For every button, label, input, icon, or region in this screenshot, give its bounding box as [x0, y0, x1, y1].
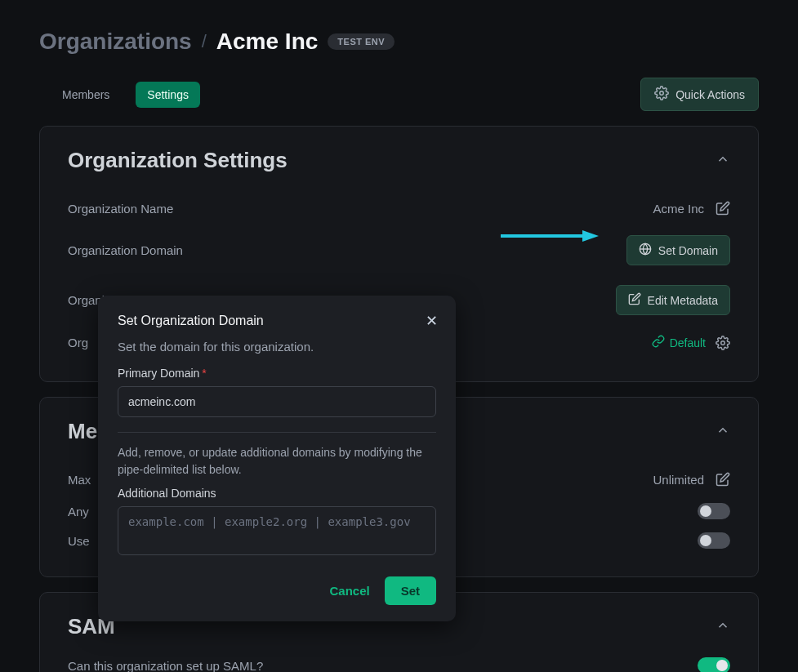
quick-actions-button[interactable]: Quick Actions — [640, 78, 759, 111]
modal-title: Set Organization Domain — [118, 314, 436, 328]
close-icon[interactable]: ✕ — [426, 312, 438, 330]
row-org-name: Organization Name Acme Inc — [68, 191, 730, 225]
cancel-button[interactable]: Cancel — [329, 584, 369, 598]
saml-question: Can this organization set up SAML? — [68, 659, 698, 673]
row-saml: Can this organization set up SAML? — [68, 652, 730, 672]
tab-settings[interactable]: Settings — [136, 82, 200, 108]
additional-help-text: Add, remove, or update additional domain… — [118, 444, 436, 478]
primary-domain-label: Primary Domain* — [118, 367, 436, 380]
edit-icon[interactable] — [716, 201, 730, 216]
edit-metadata-button[interactable]: Edit Metadata — [616, 285, 730, 315]
chevron-up-icon[interactable] — [716, 423, 730, 441]
org-name-label: Organization Name — [68, 202, 653, 216]
svg-point-0 — [660, 91, 664, 96]
svg-point-3 — [721, 340, 725, 345]
additional-domains-label: Additional Domains — [118, 487, 436, 500]
breadcrumb: Organizations / Acme Inc TEST ENV — [39, 29, 759, 55]
breadcrumb-root[interactable]: Organizations — [39, 29, 192, 55]
globe-icon — [639, 243, 652, 258]
chevron-up-icon[interactable] — [716, 152, 730, 170]
set-domain-modal: Set Organization Domain ✕ Set the domain… — [98, 296, 456, 621]
edit-metadata-label: Edit Metadata — [648, 294, 718, 307]
chevron-up-icon[interactable] — [716, 618, 730, 636]
org-name-value: Acme Inc — [653, 202, 704, 216]
toggle-any[interactable] — [698, 503, 730, 519]
set-domain-label: Set Domain — [658, 244, 718, 257]
breadcrumb-current: Acme Inc — [216, 29, 319, 55]
edit-icon[interactable] — [716, 472, 730, 487]
divider — [118, 432, 436, 433]
gear-icon — [654, 86, 669, 103]
tab-members[interactable]: Members — [51, 82, 121, 108]
additional-domains-input[interactable] — [118, 506, 436, 555]
org-domain-label: Organization Domain — [68, 243, 626, 257]
max-value: Unlimited — [653, 473, 704, 487]
modal-description: Set the domain for this organization. — [118, 340, 436, 354]
quick-actions-label: Quick Actions — [675, 88, 745, 101]
gear-icon[interactable] — [716, 336, 730, 350]
tabbar: Members Settings Quick Actions — [39, 78, 759, 111]
set-domain-button[interactable]: Set Domain — [626, 235, 730, 265]
toggle-saml[interactable] — [698, 657, 730, 672]
row-org-domain: Organization Domain Set Domain — [68, 225, 730, 275]
primary-domain-input[interactable] — [118, 386, 436, 417]
link-icon — [652, 335, 665, 350]
set-button[interactable]: Set — [385, 576, 436, 605]
default-link[interactable]: Default — [652, 335, 706, 350]
toggle-user[interactable] — [698, 532, 730, 549]
edit-icon — [628, 292, 641, 308]
default-link-label: Default — [670, 336, 706, 349]
org-settings-title: Organization Settings — [68, 148, 288, 173]
breadcrumb-separator: / — [202, 31, 207, 52]
env-badge: TEST ENV — [328, 33, 395, 50]
